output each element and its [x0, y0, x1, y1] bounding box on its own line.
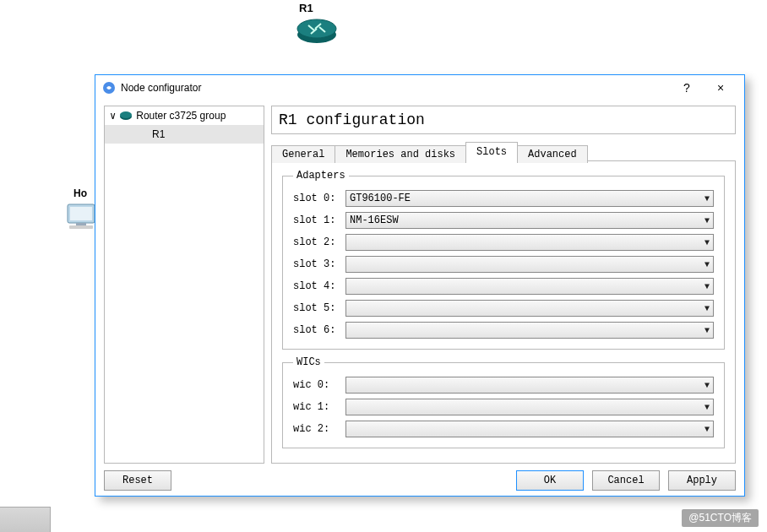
tab-slots-content: Adapters slot 0: GT96100-FE▼ slot 1: NM-…	[271, 160, 736, 464]
dialog-body: ∨ Router c3725 group R1 R1 configuration…	[95, 100, 744, 464]
chevron-down-icon: ▼	[704, 238, 710, 247]
tab-advanced[interactable]: Advanced	[517, 145, 588, 163]
tree-group-router[interactable]: ∨ Router c3725 group	[105, 106, 264, 125]
slot-label: slot 6:	[293, 324, 340, 336]
slot-1-combo[interactable]: NM-16ESW▼	[345, 212, 714, 229]
config-title: R1 configuration	[271, 106, 736, 134]
wic-row-1: wic 1: ▼	[293, 399, 714, 415]
svg-rect-4	[76, 223, 86, 225]
dialog-title: Node configurator	[121, 82, 670, 94]
wics-group: WICs wic 0: ▼ wic 1: ▼ wic 2: ▼	[282, 356, 725, 448]
tree-item-r1[interactable]: R1	[105, 125, 264, 144]
wic-label: wic 0:	[293, 379, 340, 391]
slot-row-5: slot 5: ▼	[293, 300, 714, 317]
svg-point-8	[120, 111, 132, 118]
chevron-down-icon: ▼	[704, 326, 710, 335]
slot-label: slot 2:	[293, 236, 340, 248]
chevron-down-icon: ▼	[704, 194, 710, 204]
slot-2-combo[interactable]: ▼	[345, 234, 714, 251]
wics-legend: WICs	[293, 356, 324, 368]
chevron-down-icon: ▼	[704, 425, 710, 434]
slot-row-6: slot 6: ▼	[293, 322, 714, 339]
slot-0-combo[interactable]: GT96100-FE▼	[345, 190, 714, 207]
router-icon[interactable]	[296, 15, 338, 45]
slot-6-combo[interactable]: ▼	[345, 322, 714, 339]
wic-row-2: wic 2: ▼	[293, 421, 714, 437]
wic-row-0: wic 0: ▼	[293, 377, 714, 394]
chevron-down-icon: ▼	[704, 381, 710, 390]
adapters-legend: Adapters	[293, 170, 349, 182]
background-fragment	[0, 507, 51, 532]
slot-5-combo[interactable]: ▼	[345, 300, 714, 317]
help-button[interactable]: ?	[670, 76, 704, 100]
slot-label: slot 1:	[293, 214, 340, 226]
tab-slots[interactable]: Slots	[465, 142, 518, 161]
reset-button[interactable]: Reset	[104, 470, 171, 491]
node-tree: ∨ Router c3725 group R1	[104, 106, 264, 464]
tree-item-label: R1	[152, 128, 165, 140]
chevron-down-icon: ▼	[704, 282, 710, 291]
slot-row-3: slot 3: ▼	[293, 256, 714, 273]
svg-rect-5	[69, 225, 93, 229]
chevron-down-icon: ▼	[704, 216, 710, 225]
wic-1-combo[interactable]: ▼	[345, 399, 714, 415]
slot-row-2: slot 2: ▼	[293, 234, 714, 251]
slot-3-combo[interactable]: ▼	[345, 256, 714, 273]
tab-general[interactable]: General	[271, 145, 335, 163]
wic-2-combo[interactable]: ▼	[345, 421, 714, 437]
adapters-group: Adapters slot 0: GT96100-FE▼ slot 1: NM-…	[282, 170, 725, 350]
chevron-down-icon[interactable]: ∨	[110, 110, 116, 122]
apply-button[interactable]: Apply	[668, 470, 736, 491]
svg-rect-3	[70, 207, 92, 220]
chevron-down-icon: ▼	[704, 403, 710, 412]
main-panel: R1 configuration General Memories and di…	[271, 106, 736, 464]
slot-label: slot 0:	[293, 193, 340, 204]
router-label: R1	[299, 2, 313, 14]
watermark: @51CTO博客	[682, 509, 759, 527]
ok-button[interactable]: OK	[516, 470, 584, 491]
node-configurator-dialog: Node configurator ? × ∨ Router c3725 gro…	[95, 74, 745, 497]
wic-label: wic 2:	[293, 423, 340, 435]
slot-label: slot 4:	[293, 280, 340, 292]
close-button[interactable]: ×	[704, 76, 737, 100]
app-icon	[102, 81, 116, 95]
slot-label: slot 3:	[293, 258, 340, 270]
tree-group-label: Router c3725 group	[136, 110, 226, 122]
slot-row-0: slot 0: GT96100-FE▼	[293, 190, 714, 207]
cancel-button[interactable]: Cancel	[592, 470, 660, 491]
router-icon	[119, 111, 133, 121]
titlebar: Node configurator ? ×	[95, 75, 744, 100]
dialog-buttons: Reset OK Cancel Apply	[95, 464, 744, 497]
slot-label: slot 5:	[293, 302, 340, 314]
tab-bar: General Memories and disks Slots Advance…	[271, 141, 736, 161]
chevron-down-icon: ▼	[704, 304, 710, 313]
chevron-down-icon: ▼	[704, 260, 710, 269]
host-label: Ho	[73, 187, 87, 199]
wic-label: wic 1:	[293, 401, 340, 413]
slot-row-4: slot 4: ▼	[293, 278, 714, 295]
tab-memories[interactable]: Memories and disks	[335, 145, 466, 163]
wic-0-combo[interactable]: ▼	[345, 377, 714, 394]
slot-row-1: slot 1: NM-16ESW▼	[293, 212, 714, 229]
slot-4-combo[interactable]: ▼	[345, 278, 714, 295]
